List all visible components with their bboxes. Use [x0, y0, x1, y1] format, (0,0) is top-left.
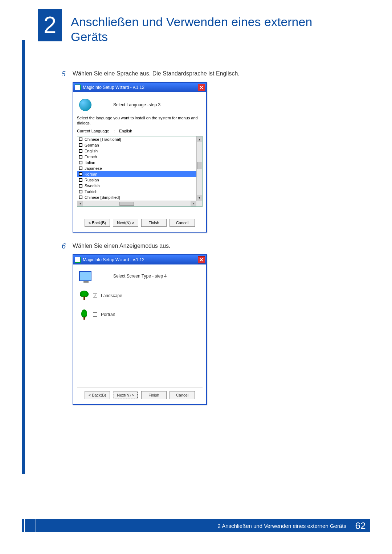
next-button[interactable]: Next(N) >	[113, 391, 138, 399]
app-icon	[75, 85, 81, 90]
language-option[interactable]: English	[77, 148, 196, 154]
language-checkbox[interactable]	[79, 184, 82, 188]
wizard-screen-type: MagicInfo Setup Wizard - v.1.12 ✕ Select…	[73, 254, 207, 405]
next-button[interactable]: Next(N) >	[113, 219, 138, 227]
scroll-down-icon[interactable]: ▾	[197, 195, 202, 201]
content-area: 5 Wählen Sie eine Sprache aus. Die Stand…	[62, 69, 294, 414]
scroll-left-icon[interactable]: ◂	[77, 201, 83, 206]
step-5: 5 Wählen Sie eine Sprache aus. Die Stand…	[62, 69, 294, 78]
separator	[77, 387, 203, 387]
separator	[77, 215, 203, 215]
cancel-button[interactable]: Cancel	[170, 391, 195, 399]
chapter-number-badge: 2	[38, 9, 62, 41]
monitor-icon	[79, 271, 91, 281]
vertical-scrollbar[interactable]: ▴ ▾	[196, 136, 202, 201]
language-option[interactable]: Italian	[77, 160, 196, 165]
language-checkbox[interactable]	[79, 196, 82, 199]
globe-icon	[79, 99, 91, 111]
language-label: Russian	[85, 178, 99, 182]
language-checkbox[interactable]	[79, 172, 82, 176]
language-checkbox[interactable]	[79, 190, 82, 193]
option-portrait[interactable]: Portrait	[79, 309, 200, 320]
curlang-value: Engilsh	[119, 129, 132, 133]
step-title: Select Screen Type - step 4	[113, 274, 167, 279]
scroll-corner	[196, 201, 202, 206]
language-label: Italian	[85, 160, 95, 165]
close-icon[interactable]: ✕	[198, 256, 205, 263]
language-label: Korean	[85, 172, 97, 176]
language-option[interactable]: Japanese	[77, 165, 196, 171]
scroll-right-icon[interactable]: ▸	[191, 201, 196, 206]
chapter-title: Anschließen und Verwenden eines externen…	[71, 15, 332, 44]
back-button[interactable]: < Back(B)	[85, 391, 110, 399]
window-title: MagicInfo Setup Wizard - v.1.12	[83, 257, 144, 262]
page-number: 62	[351, 519, 370, 532]
curlang-sep: :	[114, 129, 115, 133]
instruction-text: Select the language you want to install …	[77, 115, 203, 126]
language-label: Swedish	[85, 184, 100, 188]
language-checkbox[interactable]	[79, 161, 82, 164]
window-title: MagicInfo Setup Wizard - v.1.12	[83, 85, 144, 90]
current-language-row: Current Language : Engilsh	[77, 129, 203, 133]
horizontal-scrollbar[interactable]: ◂ ▸	[77, 201, 196, 206]
finish-button[interactable]: Finish	[141, 391, 167, 399]
language-checkbox[interactable]	[79, 149, 82, 153]
language-option[interactable]: Russian	[77, 177, 196, 183]
language-label: Chinese [Traditional]	[85, 137, 121, 141]
language-option[interactable]: Swedish	[77, 183, 196, 189]
step-title: Select Language -step 3	[113, 102, 160, 107]
portrait-label: Portrait	[101, 312, 115, 317]
language-listbox[interactable]: Chinese [Traditional]GermanEnglishFrench…	[77, 136, 203, 207]
scroll-thumb[interactable]	[197, 162, 201, 169]
language-option[interactable]: Korean	[77, 171, 196, 177]
step-6: 6 Wählen Sie einen Anzeigemodus aus.	[62, 241, 294, 251]
option-landscape[interactable]: ✓ Landscape	[79, 291, 200, 301]
titlebar[interactable]: MagicInfo Setup Wizard - v.1.12 ✕	[73, 255, 206, 264]
step-number: 5	[62, 69, 73, 78]
language-option[interactable]: Turkish	[77, 189, 196, 194]
language-label: German	[85, 143, 99, 147]
language-option[interactable]: Chinese [Simplified]	[77, 194, 196, 200]
language-label: Chinese [Simplified]	[85, 195, 120, 200]
footer: 2 Anschließen und Verwenden eines extern…	[22, 519, 370, 532]
titlebar[interactable]: MagicInfo Setup Wizard - v.1.12 ✕	[73, 83, 206, 92]
portrait-tree-icon	[79, 309, 89, 320]
scroll-up-icon[interactable]: ▴	[197, 136, 202, 142]
landscape-tree-icon	[79, 291, 89, 301]
step-number: 6	[62, 241, 73, 251]
step-text: Wählen Sie eine Sprache aus. Die Standar…	[73, 69, 240, 77]
hscroll-thumb[interactable]	[119, 202, 134, 206]
language-label: French	[85, 155, 97, 159]
app-icon	[75, 257, 81, 263]
language-label: English	[85, 149, 98, 153]
left-rail	[22, 40, 25, 474]
back-button[interactable]: < Back(B)	[85, 219, 110, 227]
landscape-label: Landscape	[101, 293, 122, 298]
finish-button[interactable]: Finish	[141, 219, 167, 227]
step-text: Wählen Sie einen Anzeigemodus aus.	[73, 241, 171, 249]
portrait-checkbox[interactable]	[93, 312, 97, 317]
language-option[interactable]: Chinese [Traditional]	[77, 136, 196, 142]
language-checkbox[interactable]	[79, 138, 82, 141]
curlang-label: Current Language	[77, 129, 109, 133]
close-icon[interactable]: ✕	[198, 84, 205, 91]
landscape-checkbox[interactable]: ✓	[93, 294, 97, 298]
language-checkbox[interactable]	[79, 178, 82, 182]
language-option[interactable]: French	[77, 154, 196, 160]
language-checkbox[interactable]	[79, 143, 82, 147]
wizard-language: MagicInfo Setup Wizard - v.1.12 ✕ Select…	[73, 82, 207, 233]
language-checkbox[interactable]	[79, 155, 82, 159]
wizard-body: Select Language -step 3 Select the langu…	[73, 92, 206, 232]
cancel-button[interactable]: Cancel	[170, 219, 195, 227]
wizard-body: Select Screen Type - step 4 ✓ Landscape …	[73, 264, 206, 404]
language-label: Turkish	[85, 189, 98, 194]
language-checkbox[interactable]	[79, 167, 82, 170]
language-option[interactable]: German	[77, 142, 196, 148]
language-label: Japanese	[85, 166, 102, 171]
footer-text: 2 Anschließen und Verwenden eines extern…	[218, 523, 346, 529]
